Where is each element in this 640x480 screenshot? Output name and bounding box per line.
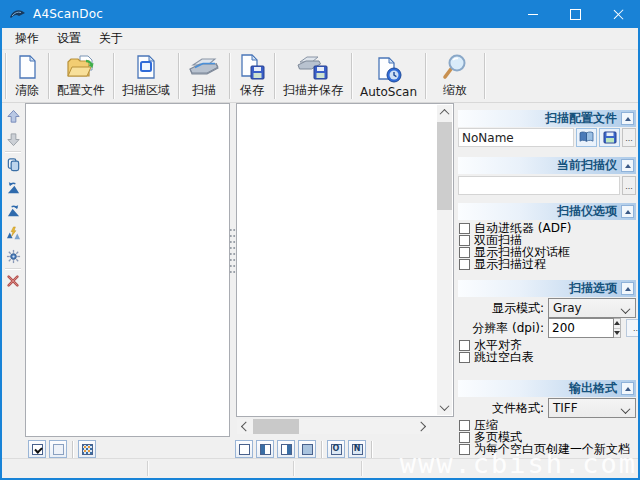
section-title: 输出格式 bbox=[569, 380, 617, 397]
button-separator bbox=[72, 441, 73, 458]
move-down-icon[interactable] bbox=[5, 131, 21, 147]
close-button[interactable] bbox=[597, 0, 640, 28]
scroll-up-button[interactable] bbox=[437, 105, 452, 120]
checkbox-box[interactable] bbox=[459, 340, 470, 351]
toolbar-button-label: 保存 bbox=[240, 82, 264, 99]
profile-name-input[interactable] bbox=[458, 128, 574, 147]
checkbox-box[interactable] bbox=[459, 420, 470, 431]
display-mode-select[interactable]: Gray bbox=[548, 298, 636, 318]
scanner-browse-button[interactable]: ... bbox=[622, 176, 636, 195]
checkbox-box[interactable] bbox=[459, 235, 470, 246]
chevron-right-icon bbox=[416, 422, 426, 432]
thumbnail-view-button[interactable] bbox=[78, 440, 96, 458]
section-header-output-format: 输出格式 bbox=[458, 380, 636, 397]
file-format-select[interactable]: TIFF bbox=[548, 398, 636, 418]
checkbox-box[interactable] bbox=[459, 444, 470, 455]
toolbar-separator bbox=[113, 53, 114, 99]
toolbar-zoom-button[interactable]: 缩放 bbox=[427, 50, 483, 102]
toolbar-separator bbox=[484, 53, 485, 99]
original-size-button[interactable]: O bbox=[327, 440, 345, 458]
menu-about[interactable]: 关于 bbox=[90, 28, 132, 49]
load-profile-button[interactable] bbox=[576, 128, 597, 147]
rotate-left-icon[interactable] bbox=[5, 179, 21, 195]
toolbar-save-button[interactable]: 保存 bbox=[231, 50, 273, 102]
toolbar-scan-and-save-button[interactable]: 扫描并保存 bbox=[276, 50, 350, 102]
checkbox-box[interactable] bbox=[459, 259, 470, 270]
checkbox-box[interactable] bbox=[459, 432, 470, 443]
vertical-scrollbar[interactable] bbox=[437, 105, 452, 415]
checkbox-box[interactable] bbox=[459, 247, 470, 258]
toolbar-separator bbox=[48, 53, 49, 99]
copy-page-icon[interactable] bbox=[5, 156, 21, 172]
preview-panel[interactable] bbox=[236, 103, 454, 417]
checkbox-skip-blank[interactable]: 跳过空白表 bbox=[459, 351, 636, 363]
horizontal-scrollbar[interactable] bbox=[237, 419, 430, 434]
menubar: 操作 设置 关于 bbox=[2, 28, 638, 50]
app-logo-icon bbox=[9, 6, 27, 22]
checkbox-box[interactable] bbox=[459, 352, 470, 363]
thumbnail-toolbar bbox=[28, 440, 96, 458]
resolution-input[interactable] bbox=[548, 318, 614, 338]
thumbnail-panel[interactable] bbox=[25, 103, 230, 437]
current-scanner-input[interactable] bbox=[458, 176, 620, 195]
toolbar: 清除 配置文件 bbox=[2, 50, 638, 103]
window-controls bbox=[511, 0, 640, 28]
minimize-button[interactable] bbox=[511, 0, 554, 28]
collapse-button[interactable] bbox=[621, 205, 634, 218]
vertical-scrollbar-thumb[interactable] bbox=[437, 122, 452, 210]
fit-height-button[interactable] bbox=[277, 440, 295, 458]
collapse-button[interactable] bbox=[621, 159, 634, 172]
maximize-button[interactable] bbox=[554, 0, 597, 28]
toolbar-button-label: 配置文件 bbox=[57, 82, 105, 99]
scroll-down-button[interactable] bbox=[437, 400, 452, 415]
move-up-icon[interactable] bbox=[5, 108, 21, 124]
chevron-down-icon bbox=[440, 401, 450, 411]
fit-page-button[interactable] bbox=[235, 440, 253, 458]
maximize-icon bbox=[570, 9, 581, 20]
brightness-icon[interactable] bbox=[5, 248, 21, 264]
scroll-right-button[interactable] bbox=[415, 419, 430, 434]
checkbox-label: 跳过空白表 bbox=[474, 351, 534, 363]
splitter-handle[interactable] bbox=[229, 227, 236, 273]
section-header-scanner-options: 扫描仪选项 bbox=[458, 203, 636, 220]
scroll-left-button[interactable] bbox=[237, 419, 252, 434]
checkbox-show-scan-progress[interactable]: 显示扫描过程 bbox=[459, 258, 636, 270]
fit-height-icon bbox=[281, 444, 292, 455]
menu-settings[interactable]: 设置 bbox=[48, 28, 90, 49]
open-book-icon bbox=[579, 131, 594, 144]
toolbar-profile-button[interactable]: 配置文件 bbox=[50, 50, 112, 102]
side-toolbar-separator bbox=[5, 151, 21, 152]
toolbar-autoscan-button[interactable]: AutoScan bbox=[353, 50, 424, 102]
app-window: A4ScanDoc 操作 设置 关于 清除 bbox=[0, 0, 640, 480]
save-profile-button[interactable] bbox=[599, 128, 620, 147]
deselect-all-button[interactable] bbox=[49, 440, 67, 458]
menu-operation[interactable]: 操作 bbox=[6, 28, 48, 49]
display-mode-label: 显示模式: bbox=[458, 300, 548, 317]
collapse-button[interactable] bbox=[621, 112, 634, 125]
toolbar-button-label: 清除 bbox=[15, 82, 39, 99]
select-all-button[interactable] bbox=[28, 440, 46, 458]
profile-folder-icon bbox=[66, 52, 96, 82]
actual-size-button[interactable] bbox=[298, 440, 316, 458]
deskew-icon[interactable] bbox=[5, 225, 21, 241]
horizontal-scrollbar-thumb[interactable] bbox=[253, 419, 299, 434]
collapse-button[interactable] bbox=[621, 382, 634, 395]
profile-more-button[interactable]: ... bbox=[622, 128, 636, 147]
delete-icon[interactable] bbox=[5, 273, 21, 289]
fit-width-button[interactable] bbox=[256, 440, 274, 458]
spinner-up-button[interactable] bbox=[614, 319, 620, 328]
chevron-up-icon bbox=[440, 109, 450, 119]
toolbar-clear-button[interactable]: 清除 bbox=[7, 50, 47, 102]
new-size-button[interactable]: N bbox=[348, 440, 366, 458]
rotate-right-icon[interactable] bbox=[5, 202, 21, 218]
toolbar-scan-button[interactable]: 扫描 bbox=[180, 50, 228, 102]
toolbar-scan-area-button[interactable]: 扫描区域 bbox=[115, 50, 177, 102]
collapse-button[interactable] bbox=[621, 282, 634, 295]
checkbox-new-doc-per-blank-page[interactable]: 为每个空白页创建一个新文档 bbox=[459, 443, 636, 455]
display-mode-row: 显示模式: Gray bbox=[458, 298, 636, 318]
close-icon bbox=[613, 9, 624, 20]
section-header-scan-profile: 扫描配置文件 bbox=[458, 110, 636, 127]
autoscan-icon bbox=[375, 55, 403, 85]
checkbox-box[interactable] bbox=[459, 223, 470, 234]
spinner-down-button[interactable] bbox=[614, 328, 620, 338]
